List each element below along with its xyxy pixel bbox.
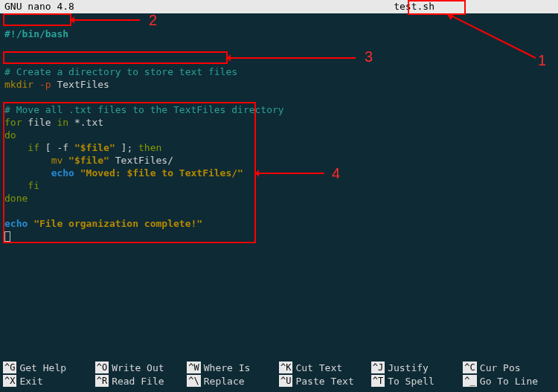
help-paste-text[interactable]: ^UPaste Text [279, 374, 371, 388]
cmd-mkdir: mkdir [4, 79, 33, 90]
help-write-out[interactable]: ^OWrite Out [95, 361, 187, 374]
help-read-file[interactable]: ^RRead File [95, 374, 187, 388]
app-name: GNU nano 4.8 [4, 0, 74, 13]
help-exit[interactable]: ^XExit [3, 374, 95, 388]
help-justify[interactable]: ^JJustify [371, 361, 464, 374]
shebang-line: #!/bin/bash [4, 28, 68, 39]
help-cut-text[interactable]: ^KCut Text [279, 361, 371, 374]
help-replace[interactable]: ^\Replace [187, 374, 279, 388]
cursor [4, 231, 10, 242]
help-get-help[interactable]: ^GGet Help [3, 361, 95, 374]
file-name: test.sh [394, 0, 554, 13]
help-to-spell[interactable]: ^TTo Spell [371, 374, 464, 388]
comment-move-txt: # Move all .txt files to the TextFiles d… [4, 104, 284, 115]
help-where-is[interactable]: ^WWhere Is [187, 361, 279, 374]
help-bar: ^GGet Help ^OWrite Out ^WWhere Is ^KCut … [0, 361, 558, 388]
help-cur-pos[interactable]: ^CCur Pos [463, 361, 555, 374]
comment-create-dir: # Create a directory to store text files [4, 66, 237, 77]
nano-titlebar: GNU nano 4.8 test.sh [0, 0, 558, 13]
help-go-to-line[interactable]: ^_Go To Line [463, 374, 555, 388]
editor-area[interactable]: #!/bin/bash # Create a directory to stor… [0, 13, 558, 242]
